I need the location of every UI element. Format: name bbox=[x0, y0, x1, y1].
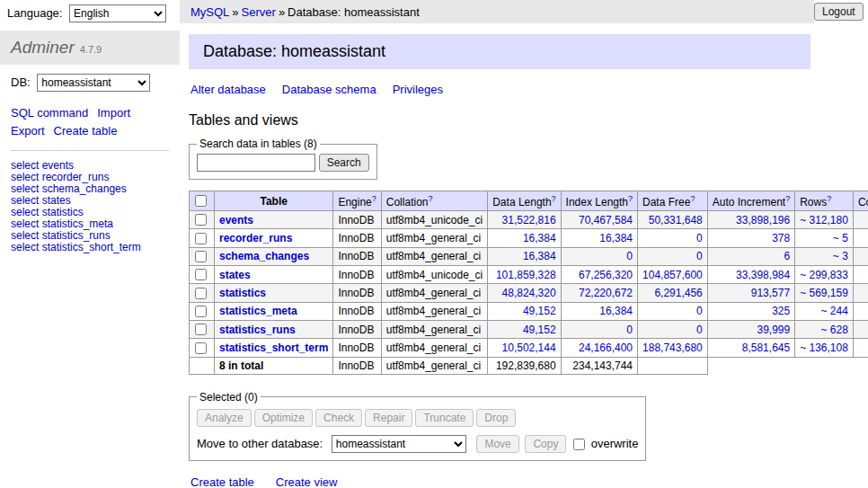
sidebar-table-link[interactable]: select statistics_short_term bbox=[11, 242, 169, 253]
data-length-link[interactable]: 16,384 bbox=[523, 232, 556, 244]
index-length-link[interactable]: 70,467,584 bbox=[579, 214, 633, 226]
table-name-link[interactable]: statistics bbox=[219, 287, 266, 299]
help-link[interactable]: ? bbox=[690, 194, 695, 203]
auto-increment-link[interactable]: 39,999 bbox=[757, 324, 790, 336]
auto-increment-link[interactable]: 378 bbox=[772, 232, 790, 244]
auto-increment-link[interactable]: 33,898,196 bbox=[736, 214, 790, 226]
data-free-link[interactable]: 0 bbox=[696, 232, 703, 244]
select-all-checkbox[interactable] bbox=[195, 195, 207, 207]
db-action-link[interactable]: Database schema bbox=[282, 83, 376, 96]
breadcrumb-link-server[interactable]: Server bbox=[242, 5, 276, 19]
sidebar-link[interactable]: Import bbox=[97, 104, 130, 122]
breadcrumb-link-mysql[interactable]: MySQL bbox=[190, 5, 229, 19]
help-link[interactable]: ? bbox=[785, 194, 790, 203]
row-checkbox[interactable] bbox=[195, 306, 207, 317]
rows-link[interactable]: ~ 5 bbox=[833, 232, 848, 244]
table-row: statistics_meta InnoDB utf8mb4_general_c… bbox=[190, 302, 868, 320]
help-link[interactable]: ? bbox=[628, 194, 633, 203]
auto-increment-link[interactable]: 913,577 bbox=[751, 287, 790, 299]
table-name-link[interactable]: statistics_meta bbox=[219, 305, 297, 317]
index-length-link[interactable]: 24,166,400 bbox=[579, 342, 633, 354]
copy-button[interactable]: Copy bbox=[525, 435, 566, 453]
row-checkbox[interactable] bbox=[195, 269, 207, 280]
data-length-link[interactable]: 49,152 bbox=[523, 305, 556, 317]
table-name-link[interactable]: statistics_runs bbox=[219, 324, 296, 336]
auto-increment-link[interactable]: 8,581,645 bbox=[742, 342, 790, 354]
search-button[interactable]: Search bbox=[319, 154, 369, 172]
help-link[interactable]: ? bbox=[827, 194, 831, 203]
rows-cell: ~ 628 bbox=[795, 320, 854, 338]
data-length-link[interactable]: 10,502,144 bbox=[502, 342, 556, 354]
data-length-cell: 48,824,320 bbox=[488, 284, 561, 302]
auto-increment-link[interactable]: 6 bbox=[784, 250, 790, 262]
create-link[interactable]: Create view bbox=[276, 475, 338, 488]
help-link[interactable]: ? bbox=[552, 194, 556, 203]
table-name-link[interactable]: states bbox=[219, 269, 251, 281]
move-button[interactable]: Move bbox=[476, 435, 518, 453]
rows-link[interactable]: ~ 136,108 bbox=[800, 342, 848, 354]
language-select[interactable]: English bbox=[69, 4, 166, 22]
index-length-link[interactable]: 0 bbox=[626, 250, 633, 262]
sidebar-link[interactable]: SQL command bbox=[11, 104, 88, 122]
operation-button[interactable]: Truncate bbox=[415, 409, 474, 427]
rows-link[interactable]: ~ 3 bbox=[833, 250, 848, 262]
data-free-link[interactable]: 6,291,456 bbox=[654, 287, 702, 299]
operation-button[interactable]: Check bbox=[315, 409, 362, 427]
search-input[interactable] bbox=[197, 154, 315, 172]
db-action-link[interactable]: Alter database bbox=[190, 83, 266, 96]
row-checkbox[interactable] bbox=[195, 233, 207, 244]
db-actions: Alter databaseDatabase schemaPrivileges bbox=[190, 83, 810, 96]
row-checkbox[interactable] bbox=[195, 342, 207, 354]
row-checkbox[interactable] bbox=[195, 324, 207, 335]
row-checkbox[interactable] bbox=[195, 251, 207, 262]
rows-link[interactable]: ~ 244 bbox=[821, 305, 848, 317]
operation-button[interactable]: Repair bbox=[365, 409, 412, 427]
data-free-link[interactable]: 0 bbox=[696, 324, 703, 336]
sidebar-link[interactable]: Export bbox=[11, 122, 45, 140]
auto-increment-link[interactable]: 325 bbox=[772, 305, 790, 317]
data-free-link[interactable]: 50,331,648 bbox=[649, 214, 703, 226]
table-name-link[interactable]: schema_changes bbox=[219, 250, 309, 262]
logout-button[interactable]: Logout bbox=[814, 3, 864, 21]
operation-button[interactable]: Analyze bbox=[197, 409, 252, 427]
data-free-link[interactable]: 104,857,600 bbox=[642, 269, 703, 281]
index-length-link[interactable]: 0 bbox=[626, 324, 633, 336]
operation-button[interactable]: Optimize bbox=[254, 409, 313, 427]
total-blank-cell bbox=[707, 357, 794, 374]
data-free-link[interactable]: 0 bbox=[696, 250, 703, 262]
overwrite-label[interactable]: overwrite bbox=[591, 437, 639, 450]
move-db-select[interactable]: homeassistant bbox=[332, 435, 466, 453]
data-length-link[interactable]: 48,824,320 bbox=[502, 287, 556, 299]
rows-link[interactable]: ~ 312,180 bbox=[800, 214, 848, 226]
index-length-link[interactable]: 16,384 bbox=[599, 305, 633, 317]
tables-table-head: Table Engine?Collation?Data Length?Index… bbox=[190, 191, 868, 211]
collation-cell: utf8mb4_general_ci bbox=[381, 320, 487, 338]
sidebar-link[interactable]: Create table bbox=[54, 122, 118, 140]
rows-link[interactable]: ~ 628 bbox=[821, 324, 848, 336]
help-link[interactable]: ? bbox=[372, 194, 376, 203]
operation-button[interactable]: Drop bbox=[476, 409, 516, 427]
index-length-link[interactable]: 67,256,320 bbox=[579, 269, 633, 281]
row-checkbox[interactable] bbox=[195, 288, 207, 299]
table-name-link[interactable]: statistics_short_term bbox=[219, 342, 328, 354]
rows-link[interactable]: ~ 299,833 bbox=[800, 269, 848, 281]
rows-link[interactable]: ~ 569,159 bbox=[800, 287, 848, 299]
data-length-link[interactable]: 101,859,328 bbox=[496, 269, 556, 281]
data-free-link[interactable]: 188,743,680 bbox=[642, 342, 703, 354]
overwrite-checkbox[interactable] bbox=[573, 439, 585, 450]
data-length-link[interactable]: 49,152 bbox=[523, 324, 556, 336]
auto-increment-link[interactable]: 33,398,984 bbox=[736, 269, 790, 281]
data-free-link[interactable]: 0 bbox=[696, 305, 703, 317]
data-length-link[interactable]: 16,384 bbox=[523, 250, 556, 262]
row-checkbox[interactable] bbox=[195, 214, 207, 226]
table-name-link[interactable]: recorder_runs bbox=[219, 232, 292, 244]
table-name-link[interactable]: events bbox=[219, 214, 253, 226]
index-length-link[interactable]: 16,384 bbox=[599, 232, 633, 244]
data-length-link[interactable]: 31,522,816 bbox=[502, 214, 556, 226]
create-link[interactable]: Create table bbox=[190, 475, 254, 488]
db-action-link[interactable]: Privileges bbox=[393, 83, 443, 96]
rows-cell: ~ 5 bbox=[795, 229, 854, 247]
db-select[interactable]: homeassistant bbox=[37, 74, 150, 92]
index-length-link[interactable]: 72,220,672 bbox=[579, 287, 633, 299]
help-link[interactable]: ? bbox=[428, 194, 432, 203]
